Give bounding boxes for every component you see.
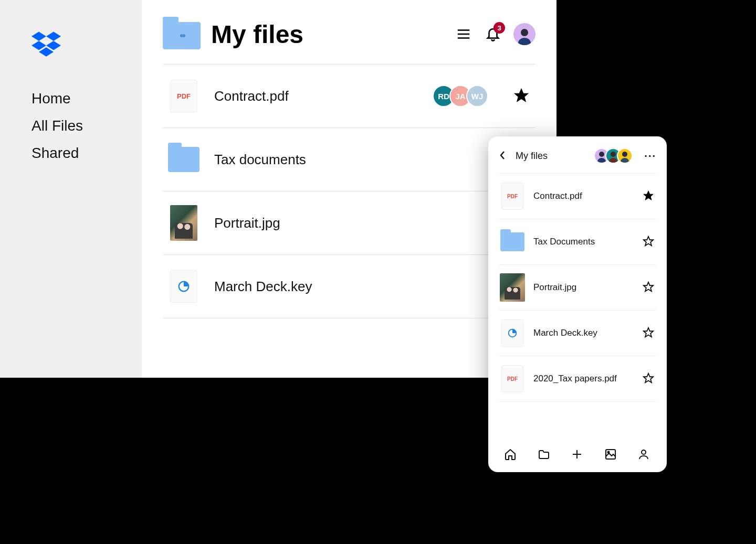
svg-point-9 [518, 38, 531, 45]
sidebar-nav: Home All Files Shared [0, 90, 142, 162]
folder-icon [168, 147, 200, 172]
mobile-file-row[interactable]: March Deck.key [499, 311, 656, 356]
collaborator-avatars[interactable]: RD JA WJ [433, 85, 488, 107]
file-name: March Deck.key [533, 328, 634, 338]
mobile-file-row[interactable]: Tax Documents [499, 219, 656, 265]
tab-home-icon[interactable] [504, 448, 518, 462]
dropbox-logo-icon[interactable] [32, 31, 142, 59]
sidebar-item-all-files[interactable]: All Files [32, 118, 142, 134]
file-name: Portrait.jpg [533, 282, 634, 293]
star-icon[interactable] [513, 88, 530, 104]
svg-marker-19 [644, 282, 653, 291]
pdf-icon: PDF [501, 365, 523, 392]
tab-account-icon[interactable] [637, 448, 651, 462]
page-title: My files [211, 20, 303, 49]
svg-marker-1 [46, 31, 61, 41]
mobile-header: My files ··· [499, 148, 656, 164]
page-header: ●● My files 3 [163, 19, 536, 49]
more-icon[interactable]: ··· [644, 150, 656, 162]
file-name: Tax documents [214, 152, 530, 168]
tab-files-icon[interactable] [538, 448, 551, 462]
svg-point-14 [609, 158, 617, 163]
folder-icon [500, 232, 524, 251]
keynote-icon [170, 270, 197, 303]
svg-marker-0 [32, 31, 46, 41]
mobile-collaborator-avatars[interactable] [594, 148, 633, 164]
sidebar-item-home[interactable]: Home [32, 90, 142, 107]
star-icon[interactable] [643, 236, 655, 248]
svg-marker-21 [644, 374, 653, 382]
svg-point-13 [611, 152, 616, 157]
pdf-icon: PDF [170, 80, 197, 112]
pdf-icon: PDF [501, 183, 523, 210]
mobile-app-panel: My files ··· PDF Contract.pdf Tax Docume… [488, 136, 667, 472]
mobile-file-row[interactable]: Portrait.jpg [499, 265, 656, 311]
file-name: Portrait.jpg [214, 215, 530, 231]
collaborator-avatar[interactable] [617, 148, 633, 164]
svg-marker-18 [644, 237, 653, 246]
svg-marker-10 [515, 89, 528, 102]
file-name: 2020_Tax papers.pdf [533, 374, 634, 384]
star-icon[interactable] [643, 190, 655, 202]
file-row-portrait[interactable]: Portrait.jpg [163, 191, 536, 255]
notifications-icon[interactable]: 3 [484, 25, 502, 43]
menu-icon[interactable] [455, 25, 472, 43]
file-name: Contract.pdf [533, 191, 634, 201]
shared-folder-icon: ●● [163, 19, 201, 49]
collaborator-avatar[interactable]: WJ [466, 85, 488, 107]
image-thumbnail [170, 205, 197, 241]
svg-point-25 [607, 452, 609, 453]
sidebar-item-shared[interactable]: Shared [32, 145, 142, 162]
file-name: Tax Documents [533, 237, 634, 247]
svg-point-12 [597, 158, 606, 163]
file-row-march-deck[interactable]: March Deck.key [163, 255, 536, 318]
svg-point-11 [599, 152, 604, 157]
star-icon[interactable] [643, 372, 655, 385]
sidebar: Home All Files Shared [0, 0, 142, 378]
mobile-file-list: PDF Contract.pdf Tax Documents Portrait.… [499, 173, 656, 439]
tab-add-icon[interactable] [571, 448, 584, 462]
user-avatar[interactable] [513, 23, 536, 45]
svg-marker-20 [644, 328, 653, 337]
star-icon[interactable] [643, 281, 655, 294]
file-row-contract[interactable]: PDF Contract.pdf RD JA WJ [163, 65, 536, 128]
mobile-tab-bar [499, 439, 656, 465]
mobile-file-row[interactable]: PDF 2020_Tax papers.pdf [499, 356, 656, 402]
svg-point-26 [642, 450, 646, 454]
star-icon[interactable] [643, 327, 655, 339]
svg-point-16 [621, 158, 629, 163]
notification-badge: 3 [494, 22, 505, 34]
file-name: Contract.pdf [214, 88, 418, 104]
svg-point-8 [521, 29, 528, 36]
mobile-file-row[interactable]: PDF Contract.pdf [499, 174, 656, 219]
svg-point-15 [622, 152, 627, 157]
image-thumbnail [500, 273, 525, 302]
file-row-tax-documents[interactable]: Tax documents [163, 128, 536, 191]
mobile-title: My files [516, 151, 587, 162]
svg-marker-17 [644, 191, 653, 200]
desktop-app-window: Home All Files Shared ●● My files [0, 0, 556, 378]
file-name: March Deck.key [214, 279, 530, 295]
file-list: PDF Contract.pdf RD JA WJ Tax documents … [163, 64, 536, 318]
back-icon[interactable] [499, 151, 509, 161]
keynote-icon [501, 319, 523, 347]
tab-photos-icon[interactable] [604, 448, 618, 462]
